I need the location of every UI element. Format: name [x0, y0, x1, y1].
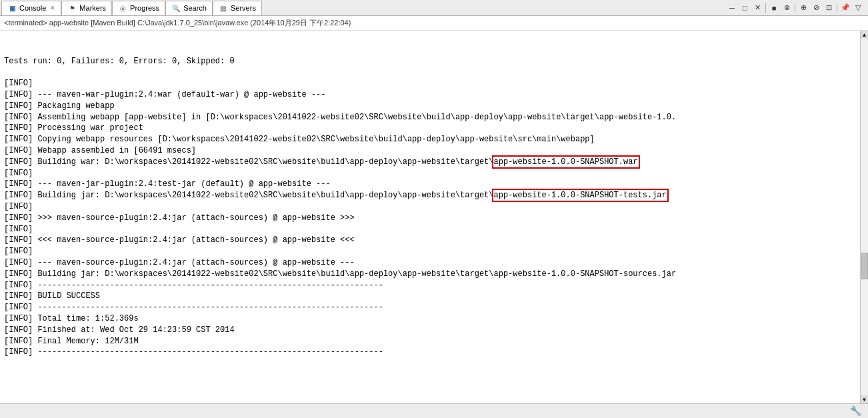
separator-3: [837, 3, 837, 13]
console-line: [INFO] BUILD SUCCESS: [4, 291, 856, 302]
copy-btn[interactable]: ⊕: [797, 2, 809, 14]
console-line: [INFO] >>> maven-source-plugin:2.4:jar (…: [4, 213, 856, 224]
console-line: [INFO]: [4, 201, 856, 213]
scroll-up-btn[interactable]: ▲: [861, 31, 868, 39]
war-highlight-box: app-website-1.0.0-SNAPSHOT.war: [494, 157, 638, 167]
jar-highlight-box: app-website-1.0.0-SNAPSHOT-tests.jar: [494, 191, 667, 200]
console-line: [INFO] Building jar: D:\workspaces\20141…: [4, 269, 856, 280]
console-line: [INFO] Webapp assembled in [66491 msecs]: [4, 145, 856, 157]
pin-btn[interactable]: 📌: [839, 2, 851, 14]
minimize-btn[interactable]: ─: [726, 2, 738, 14]
console-line: [INFO]: [4, 224, 856, 235]
view-menu-btn[interactable]: ▽: [852, 2, 864, 14]
console-line: [INFO] Building jar: D:\workspaces\20141…: [4, 190, 856, 201]
close-view-btn[interactable]: ✕: [751, 2, 763, 14]
console-line: [INFO] <<< maven-source-plugin:2.4:jar (…: [4, 235, 856, 246]
clear-btn[interactable]: ⊡: [823, 2, 835, 14]
console-line: [INFO] Finished at: Wed Oct 29 14:23:59 …: [4, 325, 856, 336]
console-line: Tests run: 0, Failures: 0, Errors: 0, Sk…: [4, 56, 856, 67]
tab-search[interactable]: 🔍 Search: [165, 1, 213, 15]
tab-markers-label: Markers: [79, 4, 106, 12]
tab-servers[interactable]: ▤ Servers: [213, 1, 262, 15]
console-line: [INFO] Total time: 1:52.369s: [4, 313, 856, 325]
console-title-text: <terminated> app-website [Maven Build] C…: [4, 19, 351, 27]
bottom-icon[interactable]: 🔧: [848, 404, 863, 419]
markers-icon: ⚑: [67, 3, 77, 13]
tab-search-label: Search: [183, 4, 207, 12]
console-line: [INFO] Copying webapp resources [D:\work…: [4, 134, 856, 145]
bottom-bar: 🔧: [0, 403, 868, 418]
scroll-thumb[interactable]: [861, 253, 868, 279]
scroll-track[interactable]: [861, 39, 868, 395]
separator-1: [765, 3, 766, 13]
console-line: [4, 67, 856, 78]
tab-progress-label: Progress: [130, 4, 159, 12]
tab-markers[interactable]: ⚑ Markers: [61, 1, 112, 15]
console-line: [INFO] Packaging webapp: [4, 101, 856, 112]
separator-2: [795, 3, 795, 13]
console-line: [INFO] --- maven-war-plugin:2.4:war (def…: [4, 89, 856, 101]
vertical-scrollbar[interactable]: ▲ ▼: [860, 31, 868, 403]
tab-servers-label: Servers: [231, 4, 256, 12]
console-line: [INFO] Building war: D:\workspaces\20141…: [4, 157, 856, 168]
servers-icon: ▤: [219, 3, 228, 13]
disconnect-btn[interactable]: ⊗: [781, 2, 793, 14]
console-line: [INFO]: [4, 78, 856, 89]
console-line: [INFO] --- maven-jar-plugin:2.4:test-jar…: [4, 179, 856, 190]
console-title: <terminated> app-website [Maven Build] C…: [0, 16, 868, 31]
console-line: [INFO] Processing war project: [4, 123, 856, 134]
stop-btn[interactable]: ■: [768, 2, 780, 14]
progress-icon: ◎: [118, 3, 127, 13]
search-icon: 🔍: [171, 3, 181, 13]
console-line: [INFO] Final Memory: 12M/31M: [4, 336, 856, 347]
console-line: [INFO] ---------------------------------…: [4, 280, 856, 291]
console-icon: ▣: [7, 3, 17, 13]
tab-console-close[interactable]: ✕: [50, 5, 55, 11]
console-line: [INFO] ---------------------------------…: [4, 302, 856, 313]
console-line: [INFO]: [4, 246, 856, 257]
console-line: [INFO] ---------------------------------…: [4, 347, 856, 358]
console-output[interactable]: Tests run: 0, Failures: 0, Errors: 0, Sk…: [0, 31, 860, 403]
console-wrapper: Tests run: 0, Failures: 0, Errors: 0, Sk…: [0, 31, 868, 403]
maximize-btn[interactable]: □: [739, 2, 751, 14]
tab-bar: ▣ Console ✕ ⚑ Markers ◎ Progress 🔍 Searc…: [0, 0, 868, 16]
tab-console-label: Console: [19, 4, 46, 12]
tab-console[interactable]: ▣ Console ✕: [1, 1, 61, 15]
tab-progress[interactable]: ◎ Progress: [112, 1, 165, 15]
scroll-down-btn[interactable]: ▼: [861, 395, 868, 403]
console-line: [INFO] --- maven-source-plugin:2.4:jar (…: [4, 257, 856, 269]
console-line: [INFO] Assembling webapp [app-website] i…: [4, 112, 856, 123]
paste-btn[interactable]: ⊘: [810, 2, 822, 14]
console-line: [INFO]: [4, 168, 856, 179]
